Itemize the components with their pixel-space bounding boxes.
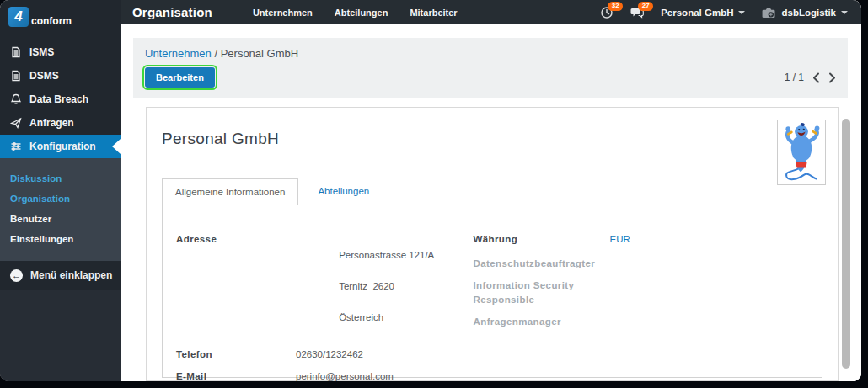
field-label: Datenschutzbeauftragter (474, 257, 610, 271)
breadcrumb: Unternehmen / Personal GmbH (145, 47, 836, 60)
field-label: Anfragenmanager (474, 315, 610, 329)
field-label: E-Mail (176, 369, 296, 381)
company-detail-card: Personal GmbH (146, 107, 839, 381)
topbar-right: 32 27 Personal GmbH dsbLogistik (600, 6, 848, 19)
info-column-left: Adresse Personastrasse 121/A Ternitz 262… (176, 232, 474, 369)
topnav-abteilungen[interactable]: Abteilungen (335, 8, 388, 18)
genie-illustration (780, 122, 823, 183)
address-line: Ternitz 2620 (339, 281, 394, 291)
topnav-mitarbeiter[interactable]: Mitarbeiter (410, 8, 457, 18)
address-line: Österreich (339, 312, 383, 322)
field-label: Adresse (176, 232, 296, 340)
camera-plus-icon (762, 7, 776, 19)
field-information-security-responsible: Information Security Responsible (474, 279, 809, 307)
sidebar-item-label: DSMS (29, 70, 59, 82)
field-adresse: Adresse Personastrasse 121/A Ternitz 262… (176, 232, 474, 340)
field-telefon: Telefon 02630/1232462 (176, 348, 474, 362)
scrollbar-thumb[interactable] (842, 119, 850, 369)
topbar: Organisation Unternehmen Abteilungen Mit… (121, 0, 861, 24)
sidebar-item-konfiguration[interactable]: Konfiguration (0, 135, 121, 158)
pagination: 1 / 1 (785, 72, 836, 83)
sidebar-item-anfragen[interactable]: Anfragen (0, 111, 121, 135)
sidebar-item-isms[interactable]: ISMS (0, 40, 121, 64)
user-dropdown-label: dsbLogistik (781, 8, 836, 18)
submenu-item-organisation[interactable]: Organisation (0, 189, 121, 209)
card-tabs: Allgemeine Informationen Abteilungen (162, 178, 822, 205)
company-logo-image (777, 120, 826, 185)
bell-icon (10, 93, 22, 105)
content-area: Unternehmen / Personal GmbH Bearbeiten 1… (121, 24, 861, 381)
app-logo[interactable]: 4 conform (0, 0, 121, 30)
clock-badge: 32 (608, 2, 623, 11)
field-value: 02630/1232462 (296, 348, 363, 362)
header-actions-row: Bearbeiten 1 / 1 (145, 67, 836, 88)
chevron-left-icon[interactable] (812, 72, 820, 83)
caret-down-icon (738, 11, 745, 14)
tab-abteilungen[interactable]: Abteilungen (305, 178, 382, 205)
arrow-left-circle-icon: ← (10, 269, 23, 282)
chevron-right-icon[interactable] (828, 72, 836, 83)
field-waehrung: Währung EUR (474, 232, 809, 247)
breadcrumb-separator: / (214, 47, 217, 60)
main-area: Organisation Unternehmen Abteilungen Mit… (121, 0, 861, 381)
field-label: Währung (474, 232, 610, 247)
field-label: Telefon (176, 348, 296, 362)
sidebar-item-label: ISMS (29, 46, 54, 58)
submenu-item-diskussion[interactable]: Diskussion (0, 168, 121, 189)
sidebar: 4 conform ISMS DSMS Data Breach Anfragen (0, 0, 121, 381)
collapse-menu-label: Menü einklappen (30, 269, 112, 281)
tasks-clock-button[interactable]: 32 (600, 6, 613, 19)
sidebar-filler (0, 290, 121, 381)
sidebar-item-label: Konfiguration (29, 141, 96, 152)
submenu-item-einstellungen[interactable]: Einstellungen (0, 229, 121, 249)
sidebar-nav: ISMS DSMS Data Breach Anfragen Konfigura… (0, 40, 121, 158)
bearbeiten-button[interactable]: Bearbeiten (145, 67, 215, 88)
chat-badge: 27 (638, 2, 653, 11)
document-icon (10, 70, 22, 82)
collapse-menu-button[interactable]: ← Menü einklappen (0, 261, 121, 290)
sidebar-item-dsms[interactable]: DSMS (0, 64, 121, 88)
field-label: Information Security Responsible (474, 279, 610, 307)
field-anfragenmanager: Anfragenmanager (474, 315, 809, 329)
field-email: E-Mail perinfo@personal.com (176, 369, 474, 381)
paper-plane-icon (10, 117, 22, 129)
document-icon (10, 46, 22, 58)
field-value: Personastrasse 121/A Ternitz 2620 Österr… (296, 232, 434, 340)
logo-4-icon: 4 (8, 7, 29, 27)
app-window: 4 conform ISMS DSMS Data Breach Anfragen (0, 0, 861, 381)
company-dropdown[interactable]: Personal GmbH (661, 8, 745, 18)
user-dropdown[interactable]: dsbLogistik (762, 7, 848, 19)
sidebar-item-label: Data Breach (29, 93, 88, 105)
submenu-item-benutzer[interactable]: Benutzer (0, 209, 121, 229)
sidebar-item-label: Anfragen (29, 117, 74, 129)
breadcrumb-unternehmen-link[interactable]: Unternehmen (145, 47, 212, 60)
currency-link[interactable]: EUR (610, 232, 630, 247)
general-info-panel: Adresse Personastrasse 121/A Ternitz 262… (162, 205, 822, 378)
info-column-right: Währung EUR Datenschutzbeauftragter Info… (474, 232, 809, 369)
address-line: Personastrasse 121/A (339, 250, 434, 260)
field-value: perinfo@personal.com (296, 369, 394, 381)
breadcrumb-current: Personal GmbH (221, 47, 298, 60)
company-name-heading: Personal GmbH (162, 130, 822, 148)
tab-allgemeine-informationen[interactable]: Allgemeine Informationen (162, 178, 298, 205)
company-dropdown-label: Personal GmbH (661, 8, 733, 18)
caret-down-icon (841, 11, 848, 14)
sliders-icon (10, 141, 22, 152)
messages-button[interactable]: 27 (630, 6, 644, 19)
sidebar-item-data-breach[interactable]: Data Breach (0, 88, 121, 111)
active-item-notch (112, 139, 121, 154)
field-datenschutzbeauftragter: Datenschutzbeauftragter (474, 257, 809, 271)
content-scrollbar[interactable] (842, 119, 850, 376)
page-title: Organisation (132, 5, 212, 19)
topnav-unternehmen[interactable]: Unternehmen (253, 8, 313, 18)
pagination-label: 1 / 1 (785, 72, 804, 83)
konfiguration-submenu: Diskussion Organisation Benutzer Einstel… (0, 158, 121, 261)
logo-text: conform (31, 16, 72, 27)
page-header-panel: Unternehmen / Personal GmbH Bearbeiten 1… (133, 38, 848, 98)
topbar-nav: Unternehmen Abteilungen Mitarbeiter (253, 8, 458, 18)
